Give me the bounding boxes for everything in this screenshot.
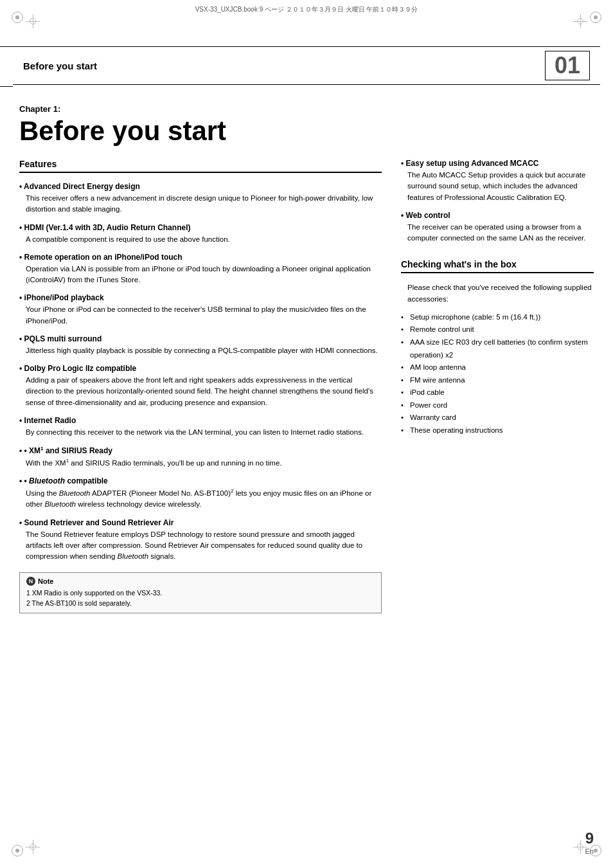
feature-body-sound-retriever: The Sound Retriever feature employs DSP … [19,529,382,563]
feature-title-bluetooth: • Bluetooth compatible [19,476,382,485]
feature-title-xm-sirius: • XM1 and SIRIUS Ready [19,446,382,455]
feature-title-sound-retriever: Sound Retriever and Sound Retriever Air [19,518,382,527]
feature-title-easy-setup: Easy setup using Advanced MCACC [401,159,594,168]
feature-remote-operation: Remote operation on an iPhone/iPod touch… [19,253,382,286]
left-column: Features Advanced Direct Energy design T… [19,159,382,613]
feature-title-pqls: PQLS multi surround [19,334,382,343]
feature-xm-sirius: • XM1 and SIRIUS Ready With the XM1 and … [19,446,382,469]
feature-dolby-pro-logic: Dolby Pro Logic IIz compatible Adding a … [19,364,382,408]
feature-pqls: PQLS multi surround Jitterless high qual… [19,334,382,356]
list-item: AAA size IEC R03 dry cell batteries (to … [401,336,594,361]
feature-body-hdmi: A compatible component is required to us… [19,234,382,245]
checking-intro: Please check that you've received the fo… [401,282,594,305]
list-item: iPod cable [401,386,594,399]
chapter-number: 01 [545,51,590,80]
feature-body-bluetooth: Using the Bluetooth ADAPTER (Pioneer Mod… [19,487,382,510]
list-item: AM loop antenna [401,361,594,374]
note-item-1: 1 XM Radio is only supported on the VSX-… [26,588,375,599]
feature-body-web-control: The receiver can be operated using a bro… [401,222,594,244]
checking-section-header: Checking what's in the box [401,259,594,273]
checking-list: Setup microphone (cable: 5 m (16.4 ft.))… [401,311,594,437]
page-number: 9 [585,829,594,847]
page-container: VSX-33_UXJCB.book 9 ページ ２０１０年３月９日 火曜日 午前… [0,0,613,868]
page-footer: 9 En [585,829,594,855]
chapter-label: Chapter 1: [19,104,594,114]
feature-iphone-ipod-playback: iPhone/iPod playback Your iPhone or iPod… [19,293,382,327]
feature-title-dolby-pro-logic: Dolby Pro Logic IIz compatible [19,364,382,373]
feature-body-easy-setup: The Auto MCACC Setup provides a quick bu… [401,170,594,203]
feature-web-control: Web control The receiver can be operated… [401,211,594,244]
features-section-header: Features [19,159,382,173]
list-item: FM wire antenna [401,374,594,387]
file-info: VSX-33_UXJCB.book 9 ページ ２０１０年３月９日 火曜日 午前… [0,0,613,14]
header-title: Before you start [23,60,97,71]
list-item: These operating instructions [401,424,594,437]
corner-mark-bl [12,845,23,856]
note-icon: N [26,577,35,586]
list-item: Remote control unit [401,323,594,336]
feature-body-iphone-ipod-playback: Your iPhone or iPod can be connected to … [19,304,382,327]
list-item: Warranty card [401,411,594,424]
feature-body-dolby-pro-logic: Adding a pair of speakers above the fron… [19,375,382,408]
feature-body-internet-radio: By connecting this receiver to the netwo… [19,427,382,438]
feature-hdmi: HDMI (Ver.1.4 with 3D, Audio Return Chan… [19,223,382,245]
feature-title-advanced-direct-energy: Advanced Direct Energy design [19,182,382,191]
feature-title-hdmi: HDMI (Ver.1.4 with 3D, Audio Return Chan… [19,223,382,232]
feature-body-remote-operation: Operation via LAN is possible from an iP… [19,264,382,286]
list-item: Setup microphone (cable: 5 m (16.4 ft.)) [401,311,594,324]
note-body: 1 XM Radio is only supported on the VSX-… [26,588,375,609]
feature-title-remote-operation: Remote operation on an iPhone/iPod touch [19,253,382,262]
feature-body-advanced-direct-energy: This receiver offers a new advancement i… [19,193,382,215]
feature-sound-retriever: Sound Retriever and Sound Retriever Air … [19,518,382,563]
right-column: Easy setup using Advanced MCACC The Auto… [401,159,594,613]
crosshair-bl [26,840,40,854]
crosshair-tl [26,14,40,28]
chapter-heading: Chapter 1: Before you start [0,85,613,159]
feature-title-iphone-ipod-playback: iPhone/iPod playback [19,293,382,302]
header-bar: Before you start 01 [13,46,600,85]
note-box: N Note 1 XM Radio is only supported on t… [19,572,382,613]
corner-mark-tr [590,12,601,23]
feature-bluetooth: • Bluetooth compatible Using the Bluetoo… [19,476,382,510]
feature-title-internet-radio: Internet Radio [19,416,382,425]
feature-body-pqls: Jitterless high quality playback is poss… [19,345,382,356]
checking-section: Checking what's in the box Please check … [401,259,594,437]
feature-advanced-direct-energy: Advanced Direct Energy design This recei… [19,182,382,215]
page-lang: En [585,847,594,855]
chapter-title: Before you start [19,116,594,146]
feature-internet-radio: Internet Radio By connecting this receiv… [19,416,382,438]
feature-easy-setup: Easy setup using Advanced MCACC The Auto… [401,159,594,203]
corner-mark-tl [12,12,23,23]
note-item-2: 2 The AS-BT100 is sold separately. [26,599,375,609]
feature-title-web-control: Web control [401,211,594,220]
list-item: Power cord [401,399,594,412]
note-label: Note [38,577,53,585]
feature-body-xm-sirius: With the XM1 and SIRIUS Radio terminals,… [19,457,382,469]
note-header: N Note [26,577,375,586]
content-area: Features Advanced Direct Energy design T… [0,159,613,613]
crosshair-tr [573,14,587,28]
